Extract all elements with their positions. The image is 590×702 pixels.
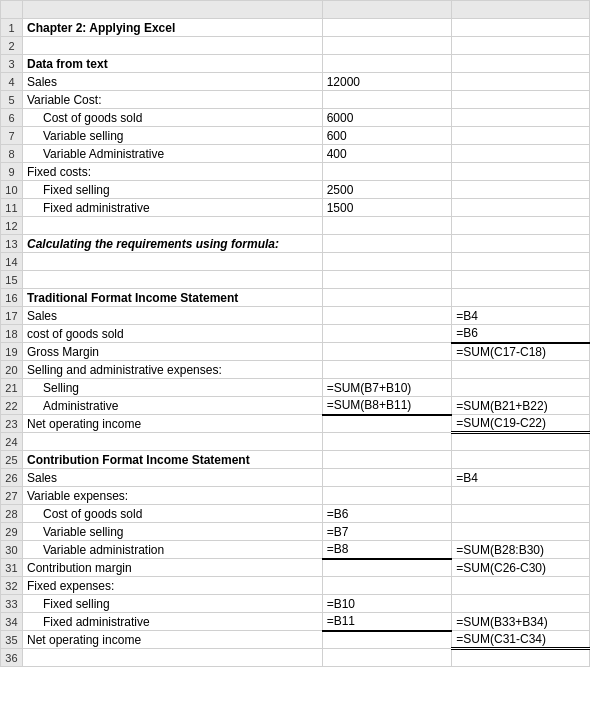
cell-a-5[interactable]: Variable Cost: <box>22 91 322 109</box>
cell-c-26[interactable]: =B4 <box>452 469 590 487</box>
cell-b-32[interactable] <box>322 577 452 595</box>
cell-c-19[interactable]: =SUM(C17-C18) <box>452 343 590 361</box>
cell-a-28[interactable]: Cost of goods sold <box>22 505 322 523</box>
cell-b-25[interactable] <box>322 451 452 469</box>
cell-b-22[interactable]: =SUM(B8+B11) <box>322 397 452 415</box>
cell-a-9[interactable]: Fixed costs: <box>22 163 322 181</box>
cell-b-29[interactable]: =B7 <box>322 523 452 541</box>
cell-a-15[interactable] <box>22 271 322 289</box>
cell-a-1[interactable]: Chapter 2: Applying Excel <box>22 19 322 37</box>
cell-c-10[interactable] <box>452 181 590 199</box>
cell-a-36[interactable] <box>22 649 322 667</box>
cell-c-11[interactable] <box>452 199 590 217</box>
cell-c-8[interactable] <box>452 145 590 163</box>
cell-b-20[interactable] <box>322 361 452 379</box>
cell-a-31[interactable]: Contribution margin <box>22 559 322 577</box>
cell-c-5[interactable] <box>452 91 590 109</box>
cell-c-15[interactable] <box>452 271 590 289</box>
cell-c-21[interactable] <box>452 379 590 397</box>
cell-b-27[interactable] <box>322 487 452 505</box>
cell-c-28[interactable] <box>452 505 590 523</box>
cell-c-7[interactable] <box>452 127 590 145</box>
cell-c-20[interactable] <box>452 361 590 379</box>
cell-a-21[interactable]: Selling <box>22 379 322 397</box>
cell-c-35[interactable]: =SUM(C31-C34) <box>452 631 590 649</box>
cell-a-11[interactable]: Fixed administrative <box>22 199 322 217</box>
cell-b-26[interactable] <box>322 469 452 487</box>
cell-c-24[interactable] <box>452 433 590 451</box>
cell-c-23[interactable]: =SUM(C19-C22) <box>452 415 590 433</box>
cell-a-32[interactable]: Fixed expenses: <box>22 577 322 595</box>
cell-b-13[interactable] <box>322 235 452 253</box>
cell-a-27[interactable]: Variable expenses: <box>22 487 322 505</box>
cell-a-29[interactable]: Variable selling <box>22 523 322 541</box>
cell-a-16[interactable]: Traditional Format Income Statement <box>22 289 322 307</box>
cell-b-30[interactable]: =B8 <box>322 541 452 559</box>
cell-c-12[interactable] <box>452 217 590 235</box>
cell-c-6[interactable] <box>452 109 590 127</box>
cell-a-4[interactable]: Sales <box>22 73 322 91</box>
cell-c-36[interactable] <box>452 649 590 667</box>
cell-c-1[interactable] <box>452 19 590 37</box>
cell-c-32[interactable] <box>452 577 590 595</box>
cell-a-7[interactable]: Variable selling <box>22 127 322 145</box>
cell-c-18[interactable]: =B6 <box>452 325 590 343</box>
cell-b-19[interactable] <box>322 343 452 361</box>
cell-b-9[interactable] <box>322 163 452 181</box>
cell-a-2[interactable] <box>22 37 322 55</box>
cell-a-35[interactable]: Net operating income <box>22 631 322 649</box>
cell-a-12[interactable] <box>22 217 322 235</box>
cell-b-34[interactable]: =B11 <box>322 613 452 631</box>
cell-c-3[interactable] <box>452 55 590 73</box>
cell-b-16[interactable] <box>322 289 452 307</box>
cell-b-21[interactable]: =SUM(B7+B10) <box>322 379 452 397</box>
cell-b-36[interactable] <box>322 649 452 667</box>
cell-c-14[interactable] <box>452 253 590 271</box>
cell-b-1[interactable] <box>322 19 452 37</box>
cell-b-7[interactable]: 600 <box>322 127 452 145</box>
cell-c-25[interactable] <box>452 451 590 469</box>
cell-b-2[interactable] <box>322 37 452 55</box>
cell-b-11[interactable]: 1500 <box>322 199 452 217</box>
cell-b-4[interactable]: 12000 <box>322 73 452 91</box>
cell-b-12[interactable] <box>322 217 452 235</box>
cell-b-17[interactable] <box>322 307 452 325</box>
cell-a-17[interactable]: Sales <box>22 307 322 325</box>
cell-a-8[interactable]: Variable Administrative <box>22 145 322 163</box>
cell-c-22[interactable]: =SUM(B21+B22) <box>452 397 590 415</box>
cell-a-25[interactable]: Contribution Format Income Statement <box>22 451 322 469</box>
cell-c-13[interactable] <box>452 235 590 253</box>
cell-a-13[interactable]: Calculating the requirements using formu… <box>22 235 322 253</box>
cell-b-24[interactable] <box>322 433 452 451</box>
cell-b-3[interactable] <box>322 55 452 73</box>
cell-c-30[interactable]: =SUM(B28:B30) <box>452 541 590 559</box>
cell-b-5[interactable] <box>322 91 452 109</box>
cell-c-16[interactable] <box>452 289 590 307</box>
cell-b-18[interactable] <box>322 325 452 343</box>
cell-c-9[interactable] <box>452 163 590 181</box>
cell-a-24[interactable] <box>22 433 322 451</box>
cell-b-33[interactable]: =B10 <box>322 595 452 613</box>
cell-c-17[interactable]: =B4 <box>452 307 590 325</box>
cell-b-8[interactable]: 400 <box>322 145 452 163</box>
cell-a-14[interactable] <box>22 253 322 271</box>
cell-c-33[interactable] <box>452 595 590 613</box>
cell-c-29[interactable] <box>452 523 590 541</box>
cell-a-23[interactable]: Net operating income <box>22 415 322 433</box>
cell-b-6[interactable]: 6000 <box>322 109 452 127</box>
cell-a-26[interactable]: Sales <box>22 469 322 487</box>
cell-b-14[interactable] <box>322 253 452 271</box>
cell-a-30[interactable]: Variable administration <box>22 541 322 559</box>
cell-a-34[interactable]: Fixed administrative <box>22 613 322 631</box>
cell-a-33[interactable]: Fixed selling <box>22 595 322 613</box>
cell-a-10[interactable]: Fixed selling <box>22 181 322 199</box>
cell-b-10[interactable]: 2500 <box>322 181 452 199</box>
cell-c-31[interactable]: =SUM(C26-C30) <box>452 559 590 577</box>
cell-c-34[interactable]: =SUM(B33+B34) <box>452 613 590 631</box>
cell-b-23[interactable] <box>322 415 452 433</box>
cell-c-27[interactable] <box>452 487 590 505</box>
cell-a-3[interactable]: Data from text <box>22 55 322 73</box>
cell-a-19[interactable]: Gross Margin <box>22 343 322 361</box>
cell-c-4[interactable] <box>452 73 590 91</box>
cell-a-6[interactable]: Cost of goods sold <box>22 109 322 127</box>
